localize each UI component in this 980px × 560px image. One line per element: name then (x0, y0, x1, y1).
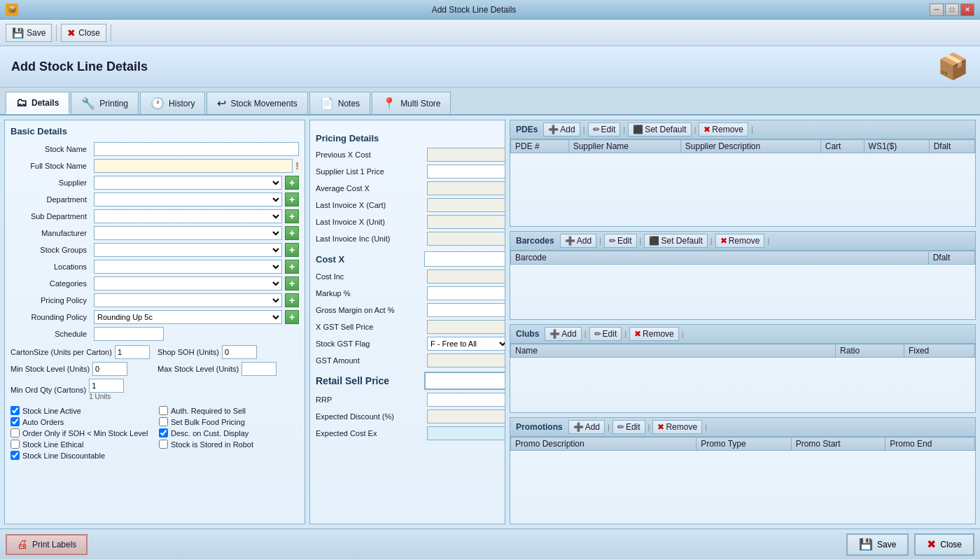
save-button[interactable]: 💾 Save (846, 533, 909, 556)
manufacturer-add-button[interactable]: + (285, 226, 299, 240)
pdes-remove-button[interactable]: ✖ Remove (699, 122, 748, 136)
pricing-policy-select[interactable] (94, 293, 282, 307)
last-invoice-inc-label: Last Invoice Inc (Unit) (316, 234, 424, 243)
barcodes-edit-button[interactable]: ✏ Edit (604, 234, 637, 248)
order-only-checkbox[interactable]: Order Only if SOH < Min Stock Level (10, 428, 150, 438)
department-select[interactable] (94, 192, 282, 206)
pdes-title: PDEs (516, 125, 538, 134)
promo-col-type: Promo Type (696, 438, 791, 451)
carton-size-row: CartonSize (Units per Carton) (10, 345, 152, 359)
retail-sell-price-input[interactable] (424, 372, 505, 390)
pdes-add-button[interactable]: ➕ Add (543, 122, 580, 136)
stock-line-active-checkbox[interactable]: Stock Line Active (10, 406, 150, 415)
sub-department-add-button[interactable]: + (285, 209, 299, 223)
tabs-container: 🗂 Details 🔧 Printing 🕐 History ↩ Stock M… (0, 88, 980, 115)
supplier-select[interactable] (94, 176, 282, 190)
categories-select[interactable] (94, 276, 282, 290)
stock-groups-add-button[interactable]: + (285, 243, 299, 257)
rounding-policy-add-button[interactable]: + (285, 310, 299, 324)
categories-add-button[interactable]: + (285, 276, 299, 290)
clubs-remove-icon: ✖ (634, 329, 641, 339)
supplier-list-price-input[interactable] (427, 164, 505, 178)
stock-name-input[interactable] (94, 142, 299, 156)
auth-required-checkbox[interactable]: Auth. Required to Sell (159, 406, 299, 415)
minimize-button[interactable]: ─ (930, 4, 944, 16)
clubs-edit-label: Edit (603, 329, 617, 339)
clubs-edit-button[interactable]: ✏ Edit (589, 327, 622, 341)
full-stock-name-input[interactable] (94, 159, 293, 173)
markup-row: Markup % (316, 286, 499, 300)
history-tab-icon: 🕐 (150, 97, 164, 110)
multi-store-tab-label: Multi Store (400, 99, 440, 108)
tab-printing[interactable]: 🔧 Printing (71, 92, 139, 114)
tab-multi-store[interactable]: 📍 Multi Store (372, 92, 451, 114)
shop-soh-input[interactable] (222, 345, 257, 359)
stock-gst-flag-select[interactable]: F - Free to All G - GST Applicable N - N… (427, 337, 505, 351)
min-stock-input[interactable] (92, 362, 127, 376)
promotions-add-button[interactable]: ➕ Add (568, 420, 605, 434)
markup-input[interactable] (427, 286, 505, 300)
locations-add-button[interactable]: + (285, 260, 299, 274)
barcodes-set-default-button[interactable]: ⬛ Set Default (644, 234, 707, 248)
window-controls[interactable]: ─ □ ✕ (930, 4, 974, 16)
promotions-edit-button[interactable]: ✏ Edit (612, 420, 645, 434)
max-stock-input[interactable] (241, 362, 276, 376)
toolbar-save-button[interactable]: 💾 Save (6, 24, 52, 42)
locations-select[interactable] (94, 260, 282, 274)
toolbar-close-button[interactable]: ✖ Close (61, 24, 106, 42)
supplier-add-button[interactable]: + (285, 176, 299, 190)
gross-margin-row: Gross Margin on Act % (316, 303, 499, 317)
save-label: Save (27, 28, 46, 38)
close-button[interactable]: ✖ Close (914, 533, 974, 556)
barcodes-remove-button[interactable]: ✖ Remove (715, 234, 765, 248)
promotions-remove-button[interactable]: ✖ Remove (652, 420, 702, 434)
notes-tab-icon: 📄 (320, 97, 334, 110)
promotions-remove-label: Remove (666, 422, 697, 432)
stock-line-ethical-checkbox[interactable]: Stock Line Ethical (10, 440, 150, 449)
print-labels-button[interactable]: 🖨 Print Labels (6, 534, 88, 555)
locations-row: Locations + (10, 260, 299, 274)
clubs-table: Name Ratio Fixed (510, 344, 975, 358)
printing-tab-icon: 🔧 (81, 97, 95, 110)
clubs-table-container: Name Ratio Fixed (510, 344, 975, 412)
pdes-col-dfalt: Dfalt (929, 140, 974, 153)
warning-icon: ! (295, 160, 299, 172)
close-window-button[interactable]: ✕ (960, 4, 974, 16)
tab-history[interactable]: 🕐 History (140, 92, 205, 114)
tab-notes[interactable]: 📄 Notes (309, 92, 370, 114)
pdes-default-icon: ⬛ (633, 125, 643, 134)
manufacturer-select[interactable] (94, 226, 282, 240)
stock-name-label: Stock Name (10, 145, 91, 153)
pdes-edit-button[interactable]: ✏ Edit (588, 122, 621, 136)
tab-details[interactable]: 🗂 Details (6, 92, 69, 114)
rounding-policy-select[interactable]: Rounding Up 5c (94, 310, 282, 324)
rrp-input[interactable] (427, 393, 505, 407)
sub-department-row: Sub Department + (10, 209, 299, 223)
barcodes-add-button[interactable]: ➕ Add (560, 234, 596, 248)
stock-groups-select[interactable] (94, 243, 282, 257)
schedule-input[interactable] (94, 327, 164, 341)
clubs-remove-label: Remove (643, 329, 674, 339)
auto-orders-checkbox[interactable]: Auto Orders (10, 417, 150, 426)
full-stock-name-row: Full Stock Name ! (10, 159, 299, 173)
gross-margin-input[interactable] (427, 303, 505, 317)
stock-line-discountable-checkbox[interactable]: Stock Line Discountable (10, 451, 150, 460)
sub-department-select[interactable] (94, 209, 282, 223)
desc-on-cust-checkbox[interactable]: Desc. on Cust. Display (159, 428, 299, 438)
schedule-label: Schedule (10, 330, 91, 338)
tab-stock-movements[interactable]: ↩ Stock Movements (206, 92, 307, 114)
cost-x-input[interactable] (424, 251, 505, 267)
set-bulk-food-checkbox[interactable]: Set Bulk Food Pricing (159, 417, 299, 426)
department-add-button[interactable]: + (285, 192, 299, 206)
stock-in-robot-checkbox[interactable]: Stock is Stored in Robot (159, 440, 299, 449)
pdes-set-default-button[interactable]: ⬛ Set Default (628, 122, 691, 136)
bottom-bar: 🖨 Print Labels 💾 Save ✖ Close (0, 528, 980, 559)
min-ord-qty-input[interactable] (89, 379, 124, 393)
clubs-remove-button[interactable]: ✖ Remove (629, 327, 679, 341)
carton-size-input[interactable] (115, 345, 150, 359)
stock-gst-flag-label: Stock GST Flag (316, 340, 424, 348)
pricing-policy-add-button[interactable]: + (285, 293, 299, 307)
last-invoice-cart-label: Last Invoice X (Cart) (316, 201, 424, 209)
clubs-add-button[interactable]: ➕ Add (545, 327, 581, 341)
maximize-button[interactable]: □ (945, 4, 959, 16)
